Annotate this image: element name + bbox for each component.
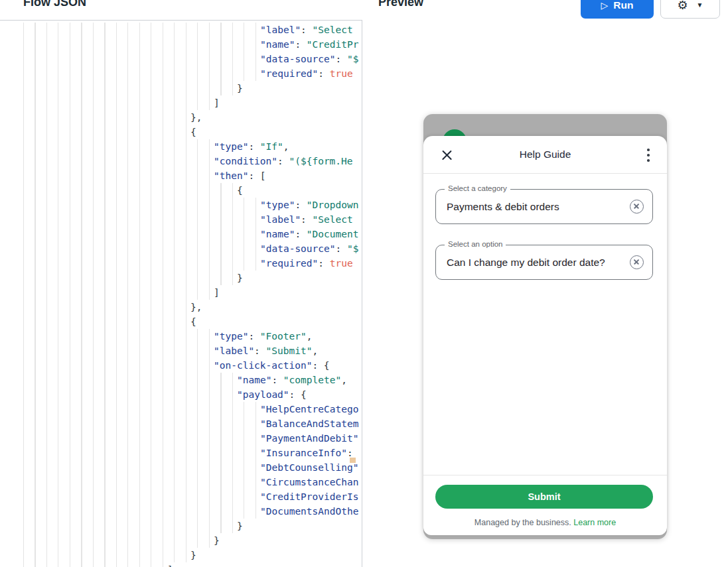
code-line: { <box>0 314 362 329</box>
code-line: "DebtCounselling" <box>0 460 362 475</box>
run-button[interactable]: ▷ Run <box>581 0 654 19</box>
code-line: }, <box>0 300 362 314</box>
code-line: "required": true <box>0 256 362 271</box>
code-line: { <box>0 125 362 139</box>
sheet-title: Help Guide <box>423 149 667 160</box>
managed-by-note: Managed by the business. Learn more <box>423 518 667 527</box>
code-line: }, <box>0 110 362 125</box>
flow-json-header: Flow JSON <box>0 0 362 21</box>
code-line: ] <box>0 562 362 567</box>
learn-more-link[interactable]: Learn more <box>573 518 616 527</box>
code-line: "name": "Document <box>0 227 362 241</box>
code-line: "CreditProviderIs <box>0 489 362 504</box>
option-dropdown[interactable]: Select an option Can I change my debit o… <box>435 245 653 280</box>
category-dropdown[interactable]: Select a category Payments & debit order… <box>435 189 653 224</box>
code-line: "DocumentsAndOthe <box>0 504 362 519</box>
submit-button[interactable]: Submit <box>435 485 653 509</box>
clear-icon[interactable] <box>630 255 644 269</box>
code-line: "BalanceAndStatem <box>0 416 362 431</box>
flow-json-title: Flow JSON <box>23 0 86 9</box>
code-line: } <box>0 533 362 548</box>
code-line: } <box>0 519 362 533</box>
preview-title: Preview <box>378 0 423 9</box>
code-line: "data-source": "$ <box>0 52 362 66</box>
category-dropdown-value: Payments & debit orders <box>447 190 559 223</box>
code-line: ] <box>0 285 362 300</box>
run-button-label: Run <box>613 0 633 11</box>
kebab-menu-icon[interactable] <box>647 149 650 162</box>
code-line: "then": [ <box>0 168 362 183</box>
editor-marker <box>350 458 356 463</box>
code-editor[interactable]: "label": "Select"name": "CreditPr"data-s… <box>0 21 362 567</box>
play-icon: ▷ <box>601 1 609 10</box>
code-line: "type": "If", <box>0 139 362 154</box>
code-line: { <box>0 183 362 198</box>
code-line: "label": "Select <box>0 212 362 227</box>
code-line: "name": "complete", <box>0 373 362 387</box>
managed-by-text: Managed by the business. <box>474 518 573 527</box>
code-line: "label": "Submit", <box>0 344 362 358</box>
code-line: "InsuranceInfo": <box>0 446 362 460</box>
caret-down-icon: ▼ <box>697 2 703 9</box>
code-line: "name": "CreditPr <box>0 37 362 52</box>
option-dropdown-value: Can I change my debit order date? <box>447 245 605 279</box>
code-line: } <box>0 271 362 285</box>
code-line: "label": "Select <box>0 23 362 37</box>
sheet-header: Help Guide <box>423 136 667 174</box>
code-line: "HelpCentreCatego <box>0 402 362 416</box>
code-line: "type": "Dropdown <box>0 198 362 212</box>
code-line: } <box>0 548 362 562</box>
code-line: "data-source": "$ <box>0 241 362 256</box>
code-line: "required": true <box>0 66 362 81</box>
flow-bottom-sheet: Help Guide Select a category Payments & … <box>423 136 667 535</box>
code-line: "payload": { <box>0 387 362 402</box>
phone-preview: Help Guide Select a category Payments & … <box>423 114 667 539</box>
flow-json-panel: Flow JSON "label": "Select"name": "Credi… <box>0 0 363 567</box>
preview-settings-button[interactable]: ⚙ ▼ <box>660 0 720 19</box>
footer-divider <box>423 475 667 475</box>
code-line: "on-click-action": { <box>0 358 362 373</box>
code-line: ] <box>0 95 362 110</box>
code-line: "PaymentAndDebit" <box>0 431 362 446</box>
code-line: } <box>0 81 362 95</box>
code-line: "CircumstanceChan <box>0 475 362 489</box>
code-line: "condition": "(${form.He <box>0 154 362 168</box>
preview-panel: Preview ▷ Run ⚙ ▼ Help Guide Select a ca… <box>363 0 728 567</box>
clear-icon[interactable] <box>630 200 644 214</box>
gear-icon: ⚙ <box>677 0 688 11</box>
code-line: "type": "Footer", <box>0 329 362 344</box>
